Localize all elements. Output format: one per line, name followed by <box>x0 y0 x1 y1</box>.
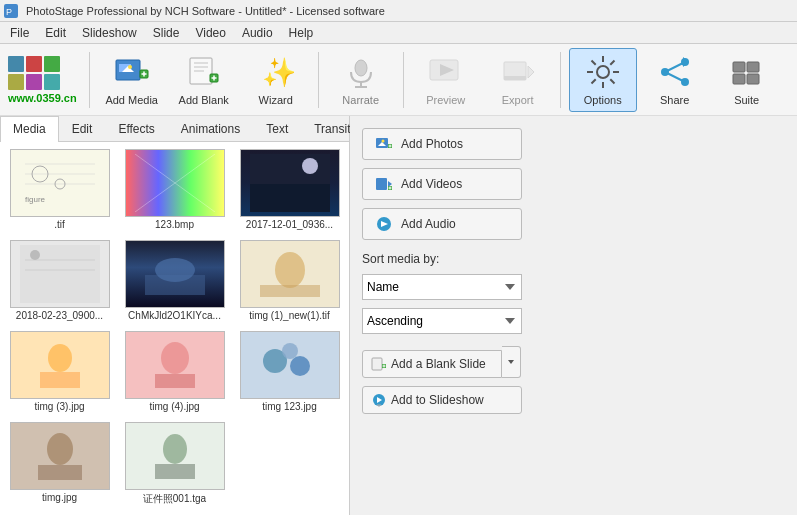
list-item[interactable]: figure .tif <box>4 146 115 233</box>
tab-media[interactable]: Media <box>0 116 59 142</box>
add-videos-button[interactable]: Add Videos <box>362 168 522 200</box>
svg-point-81 <box>290 356 310 376</box>
suite-button[interactable]: Suite <box>713 48 781 112</box>
media-thumbnail <box>125 331 225 399</box>
list-item[interactable]: timg.jpg <box>4 419 115 509</box>
blank-slide-icon <box>371 356 387 372</box>
export-icon <box>500 54 536 90</box>
menu-edit[interactable]: Edit <box>37 24 74 42</box>
toolbar-sep-1 <box>318 52 319 108</box>
add-audio-icon <box>375 215 393 233</box>
media-thumbnail <box>240 240 340 308</box>
list-item[interactable]: 123.bmp <box>119 146 230 233</box>
svg-rect-16 <box>194 62 208 64</box>
svg-rect-48 <box>733 74 745 84</box>
svg-point-77 <box>161 342 189 374</box>
media-thumbnail: figure <box>10 149 110 217</box>
media-name: timg 123.jpg <box>237 401 342 412</box>
media-name: timg (3).jpg <box>7 401 112 412</box>
blank-slide-dropdown-button[interactable] <box>502 346 521 378</box>
list-item[interactable]: 2017-12-01_0936... <box>234 146 345 233</box>
export-button[interactable]: Export <box>484 48 552 112</box>
svg-rect-47 <box>747 62 759 72</box>
menu-audio[interactable]: Audio <box>234 24 281 42</box>
list-item[interactable]: 证件照001.tga <box>119 419 230 509</box>
add-photos-icon <box>375 135 393 153</box>
media-thumbnail <box>125 422 225 490</box>
media-name: 123.bmp <box>122 219 227 230</box>
svg-point-23 <box>355 60 367 76</box>
list-item[interactable]: timg (3).jpg <box>4 328 115 415</box>
svg-rect-7 <box>44 74 60 90</box>
app-icon: P <box>4 4 18 18</box>
narrate-button[interactable]: Narrate <box>327 48 395 112</box>
list-item[interactable]: ChMkJld2O1KIYca... <box>119 237 230 324</box>
menu-help[interactable]: Help <box>281 24 322 42</box>
svg-rect-3 <box>26 56 42 72</box>
toolbar-sep-3 <box>560 52 561 108</box>
menu-slideshow[interactable]: Slideshow <box>74 24 145 42</box>
add-blank-icon <box>186 54 222 90</box>
title-text: PhotoStage Professional by NCH Software … <box>26 5 385 17</box>
sort-name-select[interactable]: Name Date Size Type <box>362 274 522 300</box>
tab-effects[interactable]: Effects <box>105 116 167 141</box>
svg-point-11 <box>128 65 132 69</box>
share-button[interactable]: Share <box>641 48 709 112</box>
suite-label: Suite <box>734 94 759 106</box>
svg-point-87 <box>163 434 187 464</box>
add-to-slideshow-button[interactable]: Add to Slideshow <box>362 386 522 414</box>
share-label: Share <box>660 94 689 106</box>
svg-rect-29 <box>504 76 526 80</box>
narrate-icon <box>343 54 379 90</box>
small-icon-5 <box>26 74 42 90</box>
list-item[interactable]: timg (1)_new(1).tif <box>234 237 345 324</box>
menu-file[interactable]: File <box>2 24 37 42</box>
svg-point-84 <box>47 433 73 465</box>
left-panel: Media Edit Effects Animations Text Trans… <box>0 116 350 515</box>
svg-rect-18 <box>194 70 204 72</box>
options-icon <box>585 54 621 90</box>
tab-edit[interactable]: Edit <box>59 116 106 141</box>
svg-rect-72 <box>260 285 320 297</box>
dropdown-arrow-icon <box>506 357 516 367</box>
svg-rect-17 <box>194 66 208 68</box>
add-media-button[interactable]: Add Media <box>98 48 166 112</box>
media-thumbnail <box>125 149 225 217</box>
preview-button[interactable]: Preview <box>412 48 480 112</box>
svg-point-71 <box>275 252 305 288</box>
add-photos-button[interactable]: Add Photos <box>362 128 522 160</box>
media-name: 2017-12-01_0936... <box>237 219 342 230</box>
toolbar-sep-0 <box>89 52 90 108</box>
menu-video[interactable]: Video <box>187 24 233 42</box>
list-item[interactable]: timg (4).jpg <box>119 328 230 415</box>
sort-order-select[interactable]: Ascending Descending <box>362 308 522 334</box>
wizard-button[interactable]: ✨ Wizard <box>242 48 310 112</box>
media-name: .tif <box>7 219 112 230</box>
svg-line-39 <box>591 79 595 83</box>
tab-text[interactable]: Text <box>253 116 301 141</box>
export-label: Export <box>502 94 534 106</box>
tab-animations[interactable]: Animations <box>168 116 253 141</box>
right-panel: Add Photos Add Videos Add Audio Sort med… <box>350 116 797 515</box>
options-label: Options <box>584 94 622 106</box>
svg-rect-85 <box>38 465 82 480</box>
add-blank-slide-button[interactable]: Add a Blank Slide <box>362 350 502 378</box>
add-blank-button[interactable]: Add Blank <box>170 48 238 112</box>
svg-rect-60 <box>250 154 330 184</box>
list-item[interactable]: 2018-02-23_0900... <box>4 237 115 324</box>
add-to-slideshow-label: Add to Slideshow <box>391 393 484 407</box>
media-thumbnail <box>240 149 340 217</box>
list-item[interactable]: timg 123.jpg <box>234 328 345 415</box>
add-photos-label: Add Photos <box>401 137 463 151</box>
menu-slide[interactable]: Slide <box>145 24 188 42</box>
svg-text:figure: figure <box>25 195 46 204</box>
svg-rect-61 <box>250 184 330 212</box>
toolbar-sep-2 <box>403 52 404 108</box>
options-button[interactable]: Options <box>569 48 637 112</box>
add-audio-label: Add Audio <box>401 217 456 231</box>
media-name: 2018-02-23_0900... <box>7 310 112 321</box>
small-icon-2 <box>26 56 42 72</box>
add-videos-icon <box>375 175 393 193</box>
small-icon-4 <box>8 74 24 90</box>
add-audio-button[interactable]: Add Audio <box>362 208 522 240</box>
